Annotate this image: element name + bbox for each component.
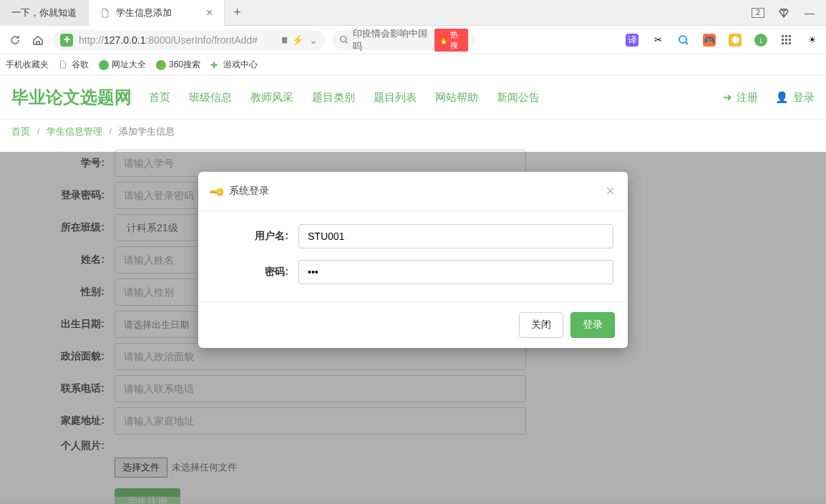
nav-item[interactable]: 网站帮助 — [435, 91, 478, 105]
bookmark-item[interactable]: 360搜索 — [156, 59, 200, 71]
browser-tab-bar: 一下，你就知道 学生信息添加 × + 2 — — [0, 0, 826, 26]
input-password[interactable] — [298, 260, 613, 284]
bookmark-bar: 手机收藏夹 谷歌 网址大全 360搜索 ✚游戏中心 — [0, 54, 826, 76]
bookmark-item[interactable]: 谷歌 — [59, 59, 89, 71]
search-input[interactable]: 印疫情会影响中国吗 🔥热搜 — [332, 30, 475, 50]
globe-icon — [99, 60, 109, 70]
search-tool-icon[interactable] — [677, 34, 690, 47]
url-input[interactable]: ✚ http://127.0.0.1:8000/UserInfo/frontAd… — [53, 30, 325, 50]
tab-0[interactable]: 一下，你就知道 — [0, 0, 89, 26]
security-icon[interactable]: ⬢ — [729, 34, 742, 47]
window-counter-icon[interactable]: 2 — [752, 7, 764, 19]
new-tab-button[interactable]: + — [225, 5, 250, 20]
file-icon — [59, 60, 69, 70]
svg-rect-4 — [789, 35, 791, 37]
refresh-icon[interactable] — [7, 32, 23, 48]
tab-label: 学生信息添加 — [116, 6, 172, 19]
svg-rect-2 — [782, 35, 784, 37]
url-text: http://127.0.0.1:8000/UserInfo/frontAdd# — [79, 34, 258, 46]
translate-icon[interactable]: 译 — [626, 34, 638, 47]
game-icon: ✚ — [210, 60, 220, 70]
close-icon[interactable]: × — [206, 6, 213, 19]
site-logo[interactable]: 毕业论文选题网 — [11, 86, 132, 109]
input-username[interactable] — [298, 224, 613, 248]
breadcrumb-mgmt[interactable]: 学生信息管理 — [47, 126, 102, 137]
svg-rect-5 — [782, 39, 784, 41]
svg-rect-10 — [789, 42, 791, 44]
svg-point-1 — [679, 36, 686, 43]
hot-tag: 🔥热搜 — [434, 29, 468, 52]
svg-point-0 — [341, 37, 346, 42]
modal-title: 系统登录 — [229, 185, 269, 198]
address-bar: ✚ http://127.0.0.1:8000/UserInfo/frontAd… — [0, 26, 826, 54]
bookmark-item[interactable]: 网址大全 — [99, 59, 146, 71]
nav-item[interactable]: 首页 — [149, 91, 170, 105]
svg-rect-8 — [782, 42, 784, 44]
game-icon[interactable]: 🎮 — [703, 34, 716, 47]
wardrobe-icon[interactable] — [777, 7, 790, 19]
key-icon: 🔑 — [209, 183, 225, 199]
breadcrumb: 首页 / 学生信息管理 / 添加学生信息 — [0, 119, 826, 144]
shield-icon: ✚ — [60, 34, 73, 47]
settings-icon[interactable]: ☀ — [806, 34, 819, 47]
scissors-icon[interactable]: ✂ — [651, 34, 664, 47]
breadcrumb-current: 添加学生信息 — [119, 126, 175, 137]
svg-rect-9 — [785, 42, 787, 44]
signin-icon: ➜ — [723, 91, 732, 104]
label-username: 用户名: — [213, 230, 298, 243]
register-link[interactable]: ➜注册 — [723, 91, 758, 105]
user-icon: 👤 — [775, 91, 789, 104]
search-placeholder: 印疫情会影响中国吗 — [353, 27, 430, 53]
nav-item[interactable]: 教师风采 — [251, 91, 293, 105]
qr-icon[interactable]: ▮▮ — [281, 35, 286, 44]
login-button[interactable]: 登录 — [570, 312, 615, 338]
close-icon[interactable]: × — [606, 182, 615, 200]
lightning-icon[interactable]: ⚡ — [291, 34, 303, 46]
login-link[interactable]: 👤登录 — [775, 91, 815, 105]
nav-item[interactable]: 题目列表 — [374, 91, 417, 105]
login-modal: 🔑 系统登录 × 用户名: 密码: 关闭 登录 — [198, 172, 628, 348]
site-header: 毕业论文选题网 首页 班级信息 教师风采 题目类别 题目列表 网站帮助 新闻公告… — [0, 76, 826, 119]
bookmark-item[interactable]: 手机收藏夹 — [6, 59, 49, 71]
nav-item[interactable]: 班级信息 — [189, 91, 232, 105]
svg-rect-7 — [789, 39, 791, 41]
q-icon — [156, 60, 166, 70]
svg-rect-3 — [785, 35, 787, 37]
nav-menu: 首页 班级信息 教师风采 题目类别 题目列表 网站帮助 新闻公告 — [149, 91, 540, 105]
tab-1[interactable]: 学生信息添加 × — [89, 0, 225, 26]
close-button[interactable]: 关闭 — [519, 312, 563, 338]
apps-icon[interactable] — [780, 34, 793, 47]
bookmark-item[interactable]: ✚游戏中心 — [210, 59, 258, 71]
search-icon — [339, 35, 349, 44]
breadcrumb-home[interactable]: 首页 — [11, 126, 30, 137]
home-icon[interactable] — [30, 32, 46, 48]
tab-label: 一下，你就知道 — [11, 6, 77, 19]
nav-item[interactable]: 新闻公告 — [497, 91, 540, 105]
download-icon[interactable]: ↓ — [754, 34, 767, 47]
chevron-down-icon[interactable]: ⌄ — [309, 34, 318, 46]
nav-item[interactable]: 题目类别 — [312, 91, 355, 105]
page-content: 毕业论文选题网 首页 班级信息 教师风采 题目类别 题目列表 网站帮助 新闻公告… — [0, 76, 826, 504]
modal-header: 🔑 系统登录 × — [198, 172, 628, 211]
label-password: 密码: — [213, 266, 298, 278]
file-icon — [100, 8, 110, 18]
svg-rect-6 — [785, 39, 787, 41]
modal-overlay[interactable]: 🔑 系统登录 × 用户名: 密码: 关闭 登录 — [0, 152, 826, 504]
minimize-icon[interactable]: — — [803, 7, 816, 19]
